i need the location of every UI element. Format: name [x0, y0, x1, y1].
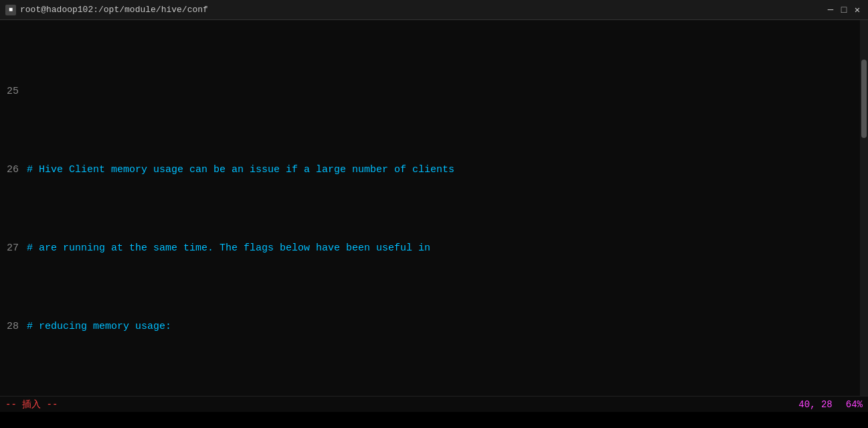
window-title: root@hadoop102:/opt/module/hive/conf [20, 5, 208, 15]
line-28: 28 # reducing memory usage: [0, 319, 868, 335]
minimize-button[interactable]: ─ [825, 5, 836, 15]
cursor-position: 40, 28 [798, 399, 832, 410]
scrollbar-thumb[interactable] [861, 60, 867, 138]
maximize-button[interactable]: □ [839, 5, 849, 15]
editor-area: 25 26 # Hive Client memory usage can be … [0, 20, 868, 412]
terminal-icon: ■ [5, 5, 16, 15]
line-content-27: # are running at the same time. The flag… [27, 240, 868, 257]
title-bar-left: ■ root@hadoop102:/opt/module/hive/conf [5, 5, 208, 15]
mode-text: -- 插入 -- [5, 399, 58, 410]
line-content-25 [27, 84, 868, 100]
scrollbar[interactable] [860, 20, 868, 412]
scroll-percentage: 64% [846, 399, 863, 410]
line-26: 26 # Hive Client memory usage can be an … [0, 162, 868, 178]
line-number-27: 27 [0, 240, 27, 257]
line-25: 25 [0, 84, 868, 100]
status-right: 40, 28 64% [798, 399, 863, 410]
close-button[interactable]: ✕ [852, 5, 863, 15]
code-content: 25 26 # Hive Client memory usage can be … [0, 20, 868, 412]
line-number-25: 25 [0, 84, 27, 100]
window-controls: ─ □ ✕ [825, 5, 863, 15]
window: ■ root@hadoop102:/opt/module/hive/conf ─… [0, 0, 868, 428]
line-content-28: # reducing memory usage: [27, 319, 868, 335]
title-bar: ■ root@hadoop102:/opt/module/hive/conf ─… [0, 0, 868, 20]
vim-mode: -- 插入 -- [5, 399, 58, 411]
line-number-28: 28 [0, 319, 27, 335]
status-bar: -- 插入 -- 40, 28 64% [0, 396, 868, 412]
line-number-26: 26 [0, 162, 27, 178]
line-27: 27 # are running at the same time. The f… [0, 240, 868, 257]
line-content-26: # Hive Client memory usage can be an iss… [27, 162, 868, 178]
